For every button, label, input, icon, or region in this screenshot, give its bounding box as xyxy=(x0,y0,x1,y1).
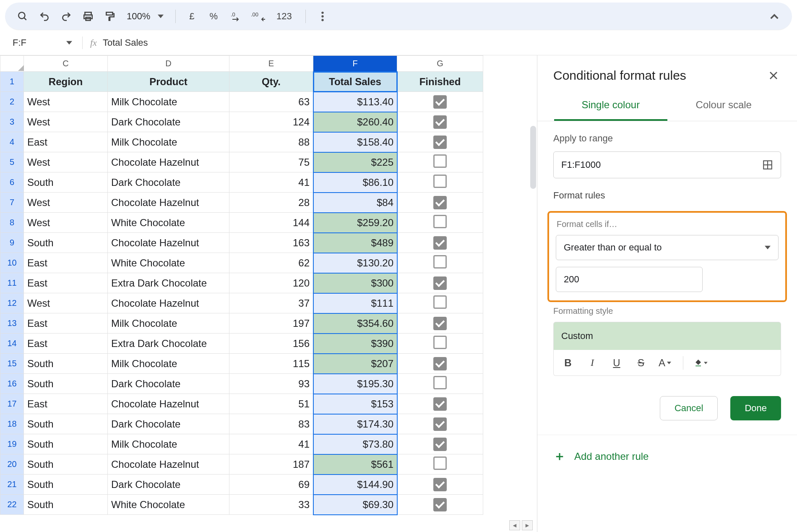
row-header-19[interactable]: 19 xyxy=(0,434,24,454)
spreadsheet-grid[interactable]: CDEFG1RegionProductQty.Total SalesFinish… xyxy=(0,55,537,532)
decrease-decimal-icon[interactable]: .0 xyxy=(227,7,245,26)
cell-total[interactable]: $111 xyxy=(313,293,397,313)
cell-qty[interactable]: 41 xyxy=(229,172,313,193)
cell-finished[interactable] xyxy=(397,354,483,374)
cell-total[interactable]: $113.40 xyxy=(313,92,397,112)
checkbox[interactable] xyxy=(433,317,447,330)
more-icon[interactable] xyxy=(313,7,332,26)
scroll-right-icon[interactable]: ► xyxy=(522,520,533,530)
row-header-7[interactable]: 7 xyxy=(0,193,24,213)
column-header-C[interactable]: C xyxy=(24,56,108,72)
cell-finished[interactable] xyxy=(397,374,483,394)
cell-qty[interactable]: 41 xyxy=(229,434,313,454)
cell-region[interactable]: South xyxy=(24,233,108,253)
cell-qty[interactable]: 144 xyxy=(229,213,313,233)
cell-product[interactable]: White Chocolate xyxy=(108,253,229,273)
cell-total[interactable]: $259.20 xyxy=(313,213,397,233)
cell-total[interactable]: $69.30 xyxy=(313,495,397,515)
collapse-toolbar-icon[interactable] xyxy=(765,7,784,26)
row-header-17[interactable]: 17 xyxy=(0,394,24,414)
cell-total[interactable]: $144.90 xyxy=(313,475,397,495)
cell-finished[interactable] xyxy=(397,193,483,213)
cell-total[interactable]: $130.20 xyxy=(313,253,397,273)
checkbox[interactable] xyxy=(433,236,447,250)
checkbox[interactable] xyxy=(433,438,447,451)
cell-finished[interactable] xyxy=(397,253,483,273)
underline-button[interactable]: U xyxy=(610,357,623,369)
cell-finished[interactable] xyxy=(397,92,483,112)
zoom-dropdown[interactable]: 100% xyxy=(122,11,168,22)
cell-total[interactable]: $73.80 xyxy=(313,434,397,454)
header-cell-G[interactable]: Finished xyxy=(397,72,483,92)
cell-region[interactable]: South xyxy=(24,434,108,454)
checkbox[interactable] xyxy=(433,357,447,370)
row-header-22[interactable]: 22 xyxy=(0,495,24,515)
cell-product[interactable]: Milk Chocolate xyxy=(108,354,229,374)
cell-qty[interactable]: 163 xyxy=(229,233,313,253)
cell-region[interactable]: West xyxy=(24,293,108,313)
header-cell-E[interactable]: Qty. xyxy=(229,72,313,92)
cell-finished[interactable] xyxy=(397,434,483,454)
checkbox[interactable] xyxy=(433,215,447,228)
cell-qty[interactable]: 63 xyxy=(229,92,313,112)
checkbox[interactable] xyxy=(433,255,447,269)
cell-region[interactable]: East xyxy=(24,334,108,354)
cell-region[interactable]: South xyxy=(24,454,108,475)
checkbox[interactable] xyxy=(433,397,447,411)
cell-qty[interactable]: 83 xyxy=(229,414,313,434)
cell-finished[interactable] xyxy=(397,112,483,132)
cell-product[interactable]: Milk Chocolate xyxy=(108,132,229,152)
cell-qty[interactable]: 75 xyxy=(229,152,313,172)
column-header-D[interactable]: D xyxy=(108,56,229,72)
checkbox[interactable] xyxy=(433,478,447,491)
cell-product[interactable]: Chocolate Hazelnut xyxy=(108,193,229,213)
cell-finished[interactable] xyxy=(397,293,483,313)
cell-finished[interactable] xyxy=(397,313,483,334)
cell-product[interactable]: Milk Chocolate xyxy=(108,313,229,334)
cell-finished[interactable] xyxy=(397,132,483,152)
cell-product[interactable]: White Chocolate xyxy=(108,213,229,233)
cell-region[interactable]: West xyxy=(24,112,108,132)
paint-format-icon[interactable] xyxy=(101,7,119,26)
cell-finished[interactable] xyxy=(397,454,483,475)
row-header-20[interactable]: 20 xyxy=(0,454,24,475)
cell-region[interactable]: East xyxy=(24,253,108,273)
cell-qty[interactable]: 62 xyxy=(229,253,313,273)
select-all-cell[interactable] xyxy=(0,56,24,72)
header-cell-D[interactable]: Product xyxy=(108,72,229,92)
cell-total[interactable]: $489 xyxy=(313,233,397,253)
cell-total[interactable]: $84 xyxy=(313,193,397,213)
cell-total[interactable]: $260.40 xyxy=(313,112,397,132)
row-header-14[interactable]: 14 xyxy=(0,334,24,354)
cell-product[interactable]: Dark Chocolate xyxy=(108,475,229,495)
cell-qty[interactable]: 187 xyxy=(229,454,313,475)
row-header-1[interactable]: 1 xyxy=(0,72,24,92)
cell-qty[interactable]: 88 xyxy=(229,132,313,152)
row-header-9[interactable]: 9 xyxy=(0,233,24,253)
cell-qty[interactable]: 115 xyxy=(229,354,313,374)
row-header-6[interactable]: 6 xyxy=(0,172,24,193)
cell-region[interactable]: South xyxy=(24,495,108,515)
checkbox[interactable] xyxy=(433,196,447,209)
cell-qty[interactable]: 197 xyxy=(229,313,313,334)
cell-total[interactable]: $195.30 xyxy=(313,374,397,394)
row-header-12[interactable]: 12 xyxy=(0,293,24,313)
vertical-scrollbar[interactable] xyxy=(529,55,537,532)
add-another-rule-button[interactable]: ＋ Add another rule xyxy=(537,435,797,477)
currency-format-button[interactable]: £ xyxy=(183,11,200,22)
row-header-3[interactable]: 3 xyxy=(0,112,24,132)
header-cell-C[interactable]: Region xyxy=(24,72,108,92)
cell-product[interactable]: Milk Chocolate xyxy=(108,92,229,112)
redo-icon[interactable] xyxy=(57,7,76,26)
undo-icon[interactable] xyxy=(35,7,54,26)
scroll-left-icon[interactable]: ◄ xyxy=(509,520,520,530)
increase-decimal-icon[interactable]: .00 xyxy=(249,7,267,26)
bold-button[interactable]: B xyxy=(561,357,575,369)
cell-product[interactable]: Chocolate Hazelnut xyxy=(108,233,229,253)
cell-qty[interactable]: 120 xyxy=(229,273,313,293)
column-header-F[interactable]: F xyxy=(313,56,397,72)
checkbox[interactable] xyxy=(433,95,447,109)
cell-region[interactable]: South xyxy=(24,475,108,495)
cell-region[interactable]: East xyxy=(24,273,108,293)
cell-region[interactable]: South xyxy=(24,374,108,394)
